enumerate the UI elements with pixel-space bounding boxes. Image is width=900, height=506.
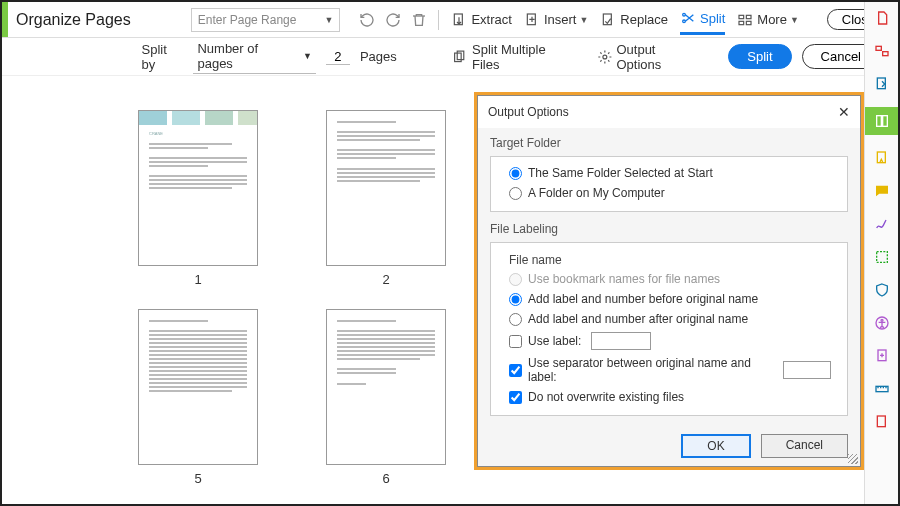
insert-button[interactable]: Insert▼	[524, 12, 588, 28]
export-icon[interactable]	[872, 74, 892, 94]
svg-rect-12	[876, 46, 881, 50]
split-mode-dropdown[interactable]: Number of pages▼	[193, 39, 316, 74]
use-label-checkbox[interactable]: Use label:	[499, 329, 839, 353]
pages-label: Pages	[360, 49, 397, 64]
bookmark-names-radio: Use bookmark names for file names	[499, 269, 839, 289]
dialog-title: Output Options	[488, 105, 569, 119]
accent-bar	[2, 2, 8, 37]
combine-icon[interactable]	[872, 41, 892, 61]
page-range-placeholder: Enter Page Range	[198, 13, 297, 27]
measure-icon[interactable]	[872, 379, 892, 399]
protect-icon[interactable]	[872, 280, 892, 300]
split-button[interactable]: Split	[680, 10, 725, 35]
page-thumb[interactable]: CRANE 1	[132, 110, 264, 287]
accessibility-icon[interactable]	[872, 313, 892, 333]
split-options-bar: Split by Number of pages▼ Pages Split Mu…	[2, 38, 898, 76]
trash-icon[interactable]	[408, 9, 430, 31]
output-options-dialog: Output Options ✕ Target Folder The Same …	[477, 95, 861, 467]
page-thumb[interactable]: 5	[132, 309, 264, 486]
page-number: 2	[382, 272, 389, 287]
rotate-cw-icon[interactable]	[382, 9, 404, 31]
svg-rect-15	[876, 116, 881, 127]
svg-rect-10	[458, 51, 465, 60]
comment-icon[interactable]	[872, 181, 892, 201]
svg-rect-6	[747, 15, 752, 18]
replace-button[interactable]: Replace	[600, 12, 668, 28]
divider	[438, 10, 439, 30]
split-by-label: Split by	[142, 42, 184, 72]
svg-rect-9	[455, 53, 462, 62]
page-thumb[interactable]: 2	[320, 110, 452, 287]
no-overwrite-checkbox[interactable]: Do not overwrite existing files	[499, 387, 839, 407]
page-number: 6	[382, 471, 389, 486]
fill-sign-icon[interactable]	[872, 148, 892, 168]
svg-rect-5	[739, 15, 744, 18]
page-number: 5	[194, 471, 201, 486]
page-range-input[interactable]: Enter Page Range ▼	[191, 8, 341, 32]
svg-rect-18	[876, 252, 887, 263]
split-multiple-button[interactable]: Split Multiple Files	[452, 42, 574, 72]
file-name-label: File name	[499, 253, 839, 267]
svg-rect-8	[747, 21, 752, 24]
organize-icon[interactable]	[865, 107, 899, 135]
caret-down-icon: ▼	[324, 15, 333, 25]
label-after-radio[interactable]: Add label and number after original name	[499, 309, 839, 329]
more-tools-icon[interactable]	[872, 412, 892, 432]
svg-point-11	[603, 55, 607, 59]
separator-input[interactable]	[783, 361, 831, 379]
create-pdf-icon[interactable]	[872, 8, 892, 28]
svg-rect-23	[877, 416, 885, 427]
page-count-input[interactable]	[326, 49, 350, 65]
resize-grip-icon[interactable]	[848, 454, 858, 464]
close-icon[interactable]: ✕	[838, 104, 850, 120]
svg-point-3	[683, 13, 686, 16]
redact-icon[interactable]	[872, 247, 892, 267]
extract-button[interactable]: Extract	[451, 12, 511, 28]
svg-rect-7	[739, 21, 744, 24]
same-folder-radio[interactable]: The Same Folder Selected at Start	[499, 163, 839, 183]
svg-rect-17	[877, 152, 885, 163]
page-title: Organize Pages	[16, 11, 131, 29]
output-options-button[interactable]: Output Options	[597, 42, 702, 72]
target-folder-label: Target Folder	[490, 136, 848, 150]
svg-point-4	[683, 20, 686, 23]
ok-button[interactable]: OK	[681, 434, 750, 458]
page-number: 1	[194, 272, 201, 287]
svg-point-20	[881, 319, 883, 321]
organize-pages-toolbar: Organize Pages Enter Page Range ▼ Extrac…	[2, 2, 898, 38]
output-options-highlight: Output Options ✕ Target Folder The Same …	[474, 92, 864, 470]
svg-rect-16	[882, 116, 887, 127]
rotate-ccw-icon[interactable]	[356, 9, 378, 31]
use-separator-checkbox[interactable]: Use separator between original name and …	[499, 353, 839, 387]
page-thumb[interactable]: 6	[320, 309, 452, 486]
split-confirm-button[interactable]: Split	[728, 44, 791, 69]
label-before-radio[interactable]: Add label and number before original nam…	[499, 289, 839, 309]
label-input[interactable]	[591, 332, 651, 350]
svg-rect-13	[882, 52, 887, 56]
sign-icon[interactable]	[872, 214, 892, 234]
file-labeling-label: File Labeling	[490, 222, 848, 236]
choose-folder-radio[interactable]: A Folder on My Computer	[499, 183, 839, 203]
stamp-icon[interactable]	[872, 346, 892, 366]
cancel-button[interactable]: Cancel	[761, 434, 848, 458]
more-button[interactable]: More▼	[737, 12, 799, 28]
tools-rail	[864, 2, 898, 504]
